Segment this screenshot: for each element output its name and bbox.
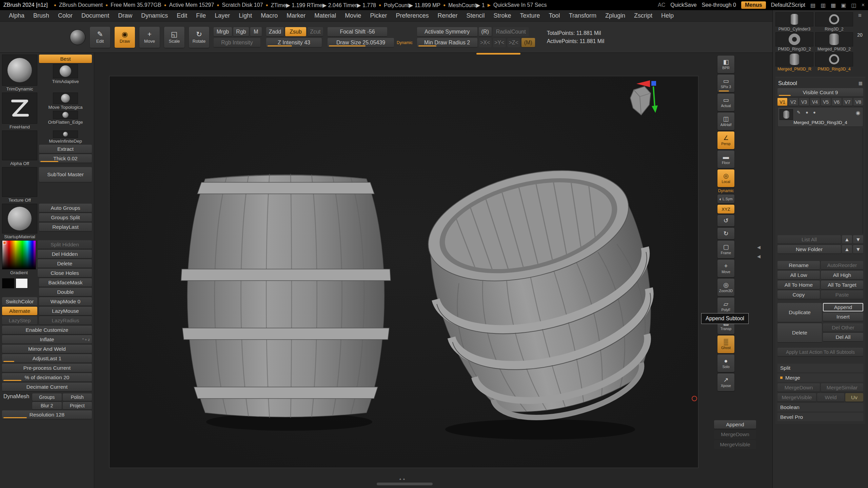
list-all-button[interactable]: List All [777,235,841,244]
folder-down-button[interactable]: ▼ [853,245,863,253]
decimate-current-button[interactable]: Decimate Current [2,383,92,391]
split-icon[interactable]: ◫ [851,2,856,8]
alternate-button[interactable]: Alternate [2,307,37,315]
see-through-button[interactable]: See-through 0 [702,2,736,8]
z-axis-toggle[interactable]: >Z< [507,38,520,47]
menu-texture[interactable]: Texture [520,12,540,19]
rgb-intensity-slider[interactable]: Rgb Intensity [214,38,260,47]
menu-zplugin[interactable]: Zplugin [605,12,625,19]
gradient-label[interactable]: Gradient [10,270,28,275]
lsym-button[interactable]: ◐L.Sym [717,195,734,203]
menu-picker[interactable]: Picker [370,12,387,19]
decimation-slider[interactable]: % of decimation 20 [2,373,92,382]
merge-section[interactable]: Merge [777,373,863,382]
frame-button[interactable]: ▢Frame [717,241,734,258]
y-axis-toggle[interactable]: >Y< [493,38,506,47]
tool-slot-selected[interactable]: Merged_PM3D_R [775,52,813,72]
min-draw-radius-slider[interactable]: Min Draw Radius 2 [417,38,477,47]
extract-button[interactable]: Extract [39,145,92,153]
layout-icon[interactable]: ▤ [810,2,815,8]
del-other-button[interactable]: Del Other [823,323,863,332]
bpr-button[interactable]: ◧BPR [717,56,734,73]
x-axis-toggle[interactable]: >X< [479,38,492,47]
duplicate-button[interactable]: Duplicate [777,303,822,322]
tab-v7[interactable]: V7 [843,98,852,106]
menu-help[interactable]: Help [661,12,674,19]
material-selector[interactable]: StartupMaterial [2,204,37,239]
palette-dock-icon[interactable]: ▦ [859,81,863,86]
z-intensity-slider[interactable]: Z Intensity 43 [266,38,322,47]
material-preview-icon[interactable] [70,29,85,45]
subtool-up-button[interactable]: ▲ [842,235,852,244]
persp-button[interactable]: ∠Persp [717,131,734,149]
mergedown-floating-button[interactable]: MergeDown [714,430,756,439]
lazyradius-slider[interactable]: LazyRadius [39,316,92,325]
auto-groups-button[interactable]: Auto Groups [39,204,92,212]
split-hidden-button[interactable]: Split Hidden [38,240,92,249]
replay-last-button[interactable]: ReplayLast [39,223,92,231]
toggle-dot-icon[interactable]: ● [806,110,808,115]
switchcolor-button[interactable]: SwitchColor [2,297,37,306]
spin-right-button[interactable]: ↻ [717,228,734,239]
paste-button[interactable]: Paste [821,290,863,299]
toggle-dot-icon[interactable]: ● [813,110,816,115]
dynamic-mode-label[interactable]: Dynamic [718,188,734,193]
dynamic-label[interactable]: Dynamic [397,40,413,45]
menu-tool[interactable]: Tool [549,12,560,19]
new-folder-button[interactable]: New Folder [777,245,841,253]
brush-trimadaptive[interactable]: TrimAdaptive [52,64,79,84]
preprocess-current-button[interactable]: Pre-process Current [2,364,92,372]
shelf-divider-handle[interactable] [476,53,520,55]
menu-stroke[interactable]: Stroke [494,12,511,19]
best-button[interactable]: Best [39,55,92,63]
zoom3d-button[interactable]: ◎Zoom3D [717,279,734,296]
backfacemask-button[interactable]: BackfaceMask [39,278,92,287]
zsub-button[interactable]: Zsub [285,27,306,36]
adjustlast-slider[interactable]: AdjustLast 1 [2,354,92,363]
thick-slider[interactable]: Thick 0.02 [39,154,92,163]
bevel-pro-section[interactable]: Bevel Pro [777,413,863,421]
menu-transform[interactable]: Transform [569,12,596,19]
tab-v6[interactable]: V6 [832,98,842,106]
mrgb-button[interactable]: Mrgb [214,27,232,36]
rename-button[interactable]: Rename [777,261,820,269]
xpose-button[interactable]: ↗Xpose [717,373,734,391]
rgb-button[interactable]: Rgb [233,27,249,36]
append-floating-button[interactable]: Append [714,420,756,429]
polyf-button[interactable]: ▱PolyF [717,298,734,315]
floor-button[interactable]: ▬Floor [717,150,734,168]
menu-light[interactable]: Light [239,12,252,19]
menu-document[interactable]: Document [81,12,109,19]
append-button[interactable]: Append [823,303,863,311]
insert-button[interactable]: Insert [823,312,863,321]
draw-size-slider[interactable]: Draw Size 25.05439 [328,38,394,47]
tool-menu-icon[interactable]: ≡ [858,12,862,19]
mergevisible-floating-button[interactable]: MergeVisible [714,440,756,449]
delete-button[interactable]: Delete [38,259,92,268]
copy-button[interactable]: Copy [777,290,820,299]
menu-dynamics[interactable]: Dynamics [141,12,168,19]
lazymouse-button[interactable]: LazyMouse [39,307,92,315]
tool-slot[interactable]: Ring3D_2 [815,12,853,32]
all-to-home-button[interactable]: All To Home [777,281,820,289]
blur-slider[interactable]: Blur 2 [32,402,62,409]
menu-preferences[interactable]: Preferences [396,12,429,19]
menu-layer[interactable]: Layer [215,12,230,19]
double-button[interactable]: Double [39,288,92,296]
m-button[interactable]: M [250,27,262,36]
document-canvas[interactable] [109,76,698,468]
groups-button[interactable]: Groups [32,393,62,401]
menu-render[interactable]: Render [437,12,457,19]
zcut-button[interactable]: Zcut [308,27,323,36]
ghost-button[interactable]: ▒Ghost [717,336,734,353]
close-holes-button[interactable]: Close Holes [38,269,92,277]
menu-brush[interactable]: Brush [33,12,49,19]
subtool-header[interactable]: Subtool [778,80,797,86]
tab-v2[interactable]: V2 [788,98,798,106]
delete-subtool-button[interactable]: Delete [777,323,822,342]
radial-button[interactable]: (R) [479,27,492,36]
move-button[interactable]: +Move [139,27,160,48]
apply-last-action-button[interactable]: Apply Last Action To All Subtools [777,348,863,356]
doc-icon[interactable]: ▣ [841,2,846,8]
alpha-selector[interactable]: Alpha Off [2,130,37,166]
